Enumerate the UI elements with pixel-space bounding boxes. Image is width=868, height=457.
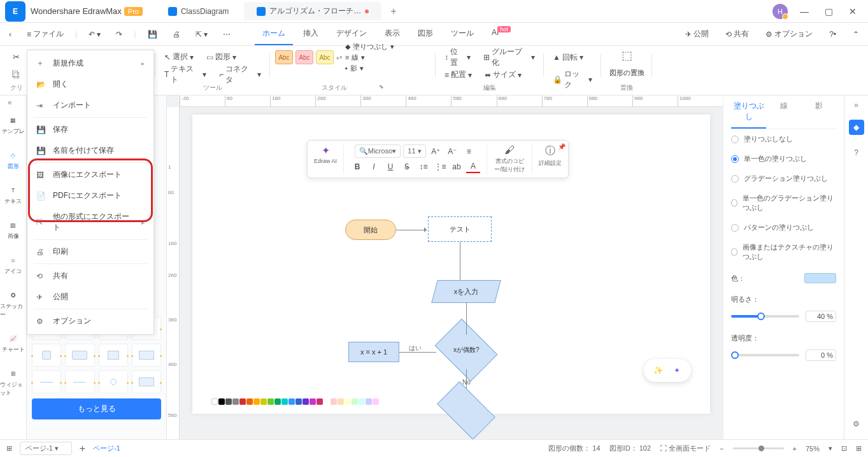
style-preset-2[interactable]: Abc [295,50,313,64]
color-swatch[interactable] [331,398,337,405]
more-symbols-button[interactable]: もっと見る [32,398,161,419]
help-icon[interactable]: ? [849,145,864,160]
options-button[interactable]: ⚙ オプション [762,26,816,42]
fill-solid-radio[interactable]: 単一色の塗りつぶし [731,149,836,169]
decrease-font-icon[interactable]: A⁻ [445,145,459,158]
flowchart-decision-2[interactable] [437,381,495,439]
tab-algorithm[interactable]: アルゴリズム・フローチ… [244,2,381,20]
fill-button[interactable]: ◆ 塗りつぶし ▾ [345,42,394,52]
add-page-button[interactable]: + [80,443,85,454]
color-swatch[interactable] [267,398,274,405]
shadow-button[interactable]: ▪ 影 ▾ [345,64,394,73]
color-swatch[interactable] [352,398,358,405]
menu-export-other[interactable]: ⇱他の形式にエクスポート▸ [27,206,153,238]
pin-icon[interactable]: 📌 [558,143,566,150]
menu-open[interactable]: 📂開く [27,74,153,95]
rail-template[interactable]: ▦テンプレ [2,115,25,136]
grid-icon[interactable]: ⊞ [856,444,862,453]
page-tab[interactable]: ページ-1 [93,444,120,453]
align-icon[interactable]: ≡ [462,145,476,158]
fit-icon[interactable]: ⊡ [841,444,847,453]
edraw-ai-button[interactable]: ✦ Edraw AI [311,144,339,174]
fill-texture-radio[interactable]: 画像またはテクスチャの塗りつぶし [731,237,836,267]
user-avatar[interactable]: H [772,4,788,19]
collapse-ribbon-button[interactable]: ⌃ [849,27,863,41]
symbol-item[interactable] [65,344,94,367]
rail-text[interactable]: Tテキス [4,185,22,206]
rail-image[interactable]: ▨画像 [8,220,19,241]
symbol-item[interactable] [32,370,61,393]
rail-sticker[interactable]: ✪ステッカー [0,290,26,319]
brightness-slider[interactable] [731,315,799,318]
redo-button[interactable]: ↷ [112,27,126,41]
symbol-item[interactable] [132,370,161,393]
fill-solid-gradient-radio[interactable]: 単一色のグラデーション塗りつぶし [731,188,836,218]
copy-icon[interactable]: ⿻ [10,69,22,80]
symbol-item[interactable] [65,370,94,393]
back-button[interactable]: ‹ [5,27,15,41]
expand-icon[interactable]: ⬊ [379,83,384,92]
color-swatch[interactable] [281,398,288,405]
publish-button[interactable]: ✈ 公開 [681,26,713,42]
brightness-input[interactable]: 40 % [806,311,836,322]
color-swatch[interactable] [373,398,379,405]
tab-classdiagram[interactable]: ClassDiagram [155,3,241,20]
rail-shape[interactable]: ◇図形 [8,150,19,171]
zoom-out-button[interactable]: − [720,445,723,453]
close-button[interactable]: ✕ [845,6,860,17]
mini-font-select[interactable]: 🔍 Microso ▾ [355,144,401,158]
underline-icon[interactable]: U [383,160,397,173]
highlight-icon[interactable]: ab [450,160,464,173]
color-swatch[interactable] [366,398,372,405]
strike-icon[interactable]: S̶ [400,160,414,173]
fill-gradient-radio[interactable]: グラデーション塗りつぶし [731,169,836,188]
connector[interactable] [396,230,427,230]
bullet-icon[interactable]: ⋮≡ [433,160,447,173]
rail-icon[interactable]: ☺アイコ [4,255,22,276]
menu-new[interactable]: ＋新規作成▸ [27,53,153,74]
ai-sparkle-button[interactable]: ✦ [669,363,685,378]
rotate-button[interactable]: ▲ 回転 ▾ [549,50,587,66]
flowchart-test[interactable]: テスト [428,216,492,242]
style-preset-1[interactable]: Abc [275,50,293,64]
mini-size-select[interactable]: 11 ▾ [403,144,426,158]
fill-tool-icon[interactable]: ◆ [849,120,864,135]
nav-home[interactable]: ホーム [255,23,293,45]
menu-publish[interactable]: ✈公開 [27,286,153,307]
rail-widget[interactable]: ⊞ウィジェット [0,368,26,397]
rail-chart[interactable]: 📈チャート [2,333,25,354]
symbol-item[interactable] [99,370,128,393]
symbol-item[interactable] [99,344,128,367]
page-select[interactable]: ページ-1 ▾ [20,442,72,455]
sparkle-button[interactable]: ✨ [650,363,665,378]
nav-tool[interactable]: ツール [443,23,481,45]
color-swatch[interactable] [239,398,246,405]
connector[interactable] [460,242,460,280]
nav-insert[interactable]: 挿入 [295,23,326,45]
opacity-input[interactable]: 0 % [806,349,836,361]
color-swatch[interactable] [253,398,260,405]
collapse-icon[interactable]: « [8,98,12,107]
align-button[interactable]: ≡ 配置 ▾ [441,67,476,83]
replace-shape-icon[interactable]: ⬚ [622,48,632,62]
outline-icon[interactable]: ⊞ [6,444,12,453]
color-swatch[interactable] [232,398,239,405]
export-button[interactable]: ⇱ ▾ [192,27,211,41]
prop-tab-fill[interactable]: 塗りつぶし [731,95,766,129]
color-swatch[interactable] [274,398,281,405]
italic-icon[interactable]: I [367,160,381,173]
color-swatch[interactable] [288,398,295,405]
opacity-slider[interactable] [731,354,799,356]
menu-save[interactable]: 💾保存 [27,119,153,140]
menu-export-image[interactable]: 🖼画像にエクスポート [27,164,153,185]
color-swatch[interactable] [345,398,351,405]
zoom-in-button[interactable]: + [793,445,797,453]
prop-tab-line[interactable]: 線 [766,95,801,129]
font-color-icon[interactable]: A [466,160,480,173]
menu-options[interactable]: ⚙オプション [27,311,153,332]
canvas[interactable]: 📌 ✦ Edraw AI 🔍 Microso ▾ 11 ▾ A⁺ A⁻ ≡ B … [192,115,710,414]
color-swatch[interactable] [211,398,218,405]
new-tab-button[interactable]: + [384,3,402,20]
bold-icon[interactable]: B [350,160,364,173]
color-swatch[interactable] [302,398,309,405]
